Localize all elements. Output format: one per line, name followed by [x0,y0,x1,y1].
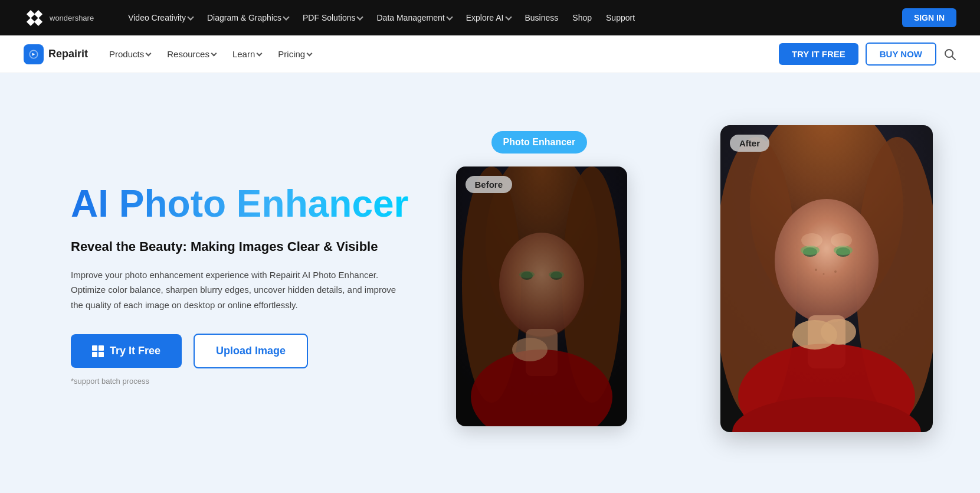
hero-description: Improve your photo enhancement experienc… [71,267,401,313]
wondershare-logo[interactable]: wondershare [24,7,94,28]
hero-content: AI Photo Enhancer Reveal the Beauty: Mak… [71,183,409,386]
nav-item-support[interactable]: Support [600,9,641,26]
chevron-down-icon [211,51,217,57]
sec-nav-products[interactable]: Products [102,45,158,63]
svg-rect-34 [720,125,933,432]
before-photo-card: Before [456,166,627,426]
sec-nav-learn[interactable]: Learn [225,45,268,63]
after-photo-image [720,125,933,432]
windows-icon [92,345,104,357]
sec-nav-items: Products Resources Learn Pricing [102,45,319,63]
sec-nav-resources[interactable]: Resources [160,45,223,63]
product-logo[interactable]: Repairit [24,44,88,64]
hero-title: AI Photo Enhancer [71,183,409,224]
nav-item-data-management[interactable]: Data Management [371,9,457,26]
repairit-icon [24,44,44,64]
hero-subtitle: Reveal the Beauty: Making Images Clear &… [71,239,409,256]
chevron-down-icon [505,14,512,20]
try-it-free-button[interactable]: TRY IT FREE [779,43,858,65]
nav-item-business[interactable]: Business [519,9,565,26]
after-photo-card: After [720,125,933,432]
sec-nav-pricing[interactable]: Pricing [271,45,319,63]
svg-line-1 [952,56,956,60]
product-name: Repairit [48,48,88,60]
chevron-down-icon [283,14,289,20]
logo-icon [24,7,45,28]
top-right-actions: SIGN IN [902,8,956,27]
nav-item-explore-ai[interactable]: Explore AI [460,9,517,26]
top-nav-items: Video Creativity Diagram & Graphics PDF … [122,9,883,26]
top-navigation: wondershare Video Creativity Diagram & G… [0,0,980,35]
buy-now-button[interactable]: BUY NOW [866,43,936,66]
chevron-down-icon [357,14,363,20]
chevron-down-icon [187,14,194,20]
hero-image-area: Photo Enhancer Before [456,143,933,426]
hero-section: AI Photo Enhancer Reveal the Beauty: Mak… [0,73,980,493]
nav-item-diagram-graphics[interactable]: Diagram & Graphics [201,9,294,26]
chevron-down-icon [146,51,152,57]
signin-button[interactable]: SIGN IN [902,8,956,27]
secondary-navigation: Repairit Products Resources Learn Pricin… [0,35,980,73]
hero-buttons: Try It Free Upload Image [71,334,409,368]
sec-nav-right-actions: TRY IT FREE BUY NOW [779,43,956,66]
after-badge: After [730,135,769,152]
chevron-down-icon [257,51,263,57]
svg-rect-14 [456,166,627,426]
nav-item-video-creativity[interactable]: Video Creativity [122,9,199,26]
nav-item-pdf-solutions[interactable]: PDF Solutions [297,9,368,26]
try-it-free-hero-button[interactable]: Try It Free [71,334,182,368]
photo-enhancer-bubble: Photo Enhancer [491,131,588,154]
chevron-down-icon [446,14,453,20]
nav-item-shop[interactable]: Shop [566,9,598,26]
logo-text: wondershare [50,14,94,22]
before-photo-image [456,166,627,426]
search-button[interactable] [943,48,956,61]
hero-note: *support batch process [71,377,409,386]
before-badge: Before [466,176,513,193]
upload-image-button[interactable]: Upload Image [194,334,308,368]
search-icon [943,48,956,61]
chevron-down-icon [307,51,313,57]
